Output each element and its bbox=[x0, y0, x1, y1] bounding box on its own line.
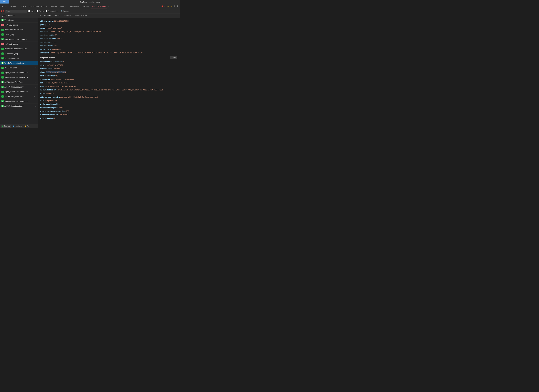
header-key: cf-cache-status: bbox=[40, 68, 53, 70]
response-header-row: x-xss-protection: 0 bbox=[40, 117, 178, 120]
response-header-row: content-encoding: gzip bbox=[40, 74, 178, 78]
filter-cancel-icon[interactable]: 🚫 bbox=[1, 10, 4, 13]
panel-tab-headers[interactable]: Headers bbox=[43, 14, 52, 18]
tab-performance[interactable]: Performance bbox=[68, 4, 81, 9]
preserve-log-checkbox[interactable] bbox=[46, 10, 48, 12]
item-name: AddToCatalogBaseQuery bbox=[5, 81, 33, 83]
bottom-tab-mutations[interactable]: Mutations bbox=[11, 125, 23, 128]
type-badge: Q bbox=[1, 71, 4, 74]
bottom-tab-queries[interactable]: Queries bbox=[0, 125, 11, 128]
sidebar-item[interactable]: Q ViewerQuery bbox=[0, 32, 38, 37]
header-row: sec-fetch-dest: empty bbox=[40, 41, 178, 44]
response-headers-title: Response Headers bbox=[40, 57, 55, 59]
header-row: priority: u=1, i bbox=[40, 23, 178, 26]
sidebar: Query / Mutation Q VisitorQuery M LogGat… bbox=[0, 14, 38, 128]
sidebar-item[interactable]: M LogGateExposure bbox=[0, 42, 38, 47]
header-key: x-content-type-options: bbox=[40, 107, 59, 109]
header-key: cf-ray: bbox=[40, 71, 45, 73]
header-key: x-request-received-at: bbox=[40, 114, 58, 116]
sidebar-item[interactable]: Q VisitorQuery bbox=[0, 18, 38, 23]
sidebar-item[interactable]: Q LegacyWebInlineRecommende bbox=[0, 99, 38, 104]
sidebar-item[interactable]: Q AddToCatalogBaseQuery +11 bbox=[0, 85, 38, 89]
right-panel: ✕ HeadersRequestResponseResponse (Raw) o… bbox=[38, 14, 180, 128]
sidebar-item[interactable]: Q AvatarMenuQuery bbox=[0, 51, 38, 56]
sidebar-item[interactable]: Q WhoToFollowModuleQuery bbox=[0, 61, 38, 66]
search-button[interactable]: 🔍 Search bbox=[60, 10, 69, 13]
response-header-row: date: Tue, 21 May 2024 08:16:45 GMT bbox=[40, 81, 178, 85]
tab-sources[interactable]: Sources bbox=[49, 4, 58, 9]
panel-close-icon[interactable]: ✕ bbox=[39, 15, 42, 17]
tab-performance-insights[interactable]: Performance insights ⚗ bbox=[28, 4, 49, 9]
sidebar-item[interactable]: Q LegacyWebInlineRecommende bbox=[0, 70, 38, 75]
cursor-icon[interactable]: ⊕ bbox=[1, 5, 4, 8]
tab-memory[interactable]: Memory bbox=[81, 4, 91, 9]
response-header-row: vary: Accept-Encoding bbox=[40, 99, 178, 102]
header-value: W/"7ad-bd5dBb4wthLEkfBisp4CA7/OzSg" bbox=[45, 85, 76, 87]
window-title: DevTools - medium.com/ bbox=[80, 1, 100, 3]
header-value: "Chromium";v="124", "Google Chrome";v="1… bbox=[49, 31, 101, 33]
panel-tab-response--raw-[interactable]: Response (Raw) bbox=[73, 14, 89, 18]
sidebar-item[interactable]: Q LegacyWebInlineRecommende bbox=[0, 89, 38, 94]
error-badge-orange: ℹ 37 bbox=[170, 5, 173, 7]
bottom-tab-per[interactable]: Per bbox=[24, 125, 31, 128]
tab-network[interactable]: Network bbox=[58, 4, 68, 9]
type-badge: Q bbox=[1, 62, 4, 64]
sidebar-item[interactable]: Q homepageReadingListWithCat bbox=[0, 37, 38, 42]
sidebar-item[interactable]: Q LegacyWebInlineRecommende bbox=[0, 75, 38, 80]
item-name: AddToCatalogBaseQuery bbox=[5, 86, 33, 88]
search-icon: 🔍 bbox=[61, 10, 63, 12]
header-row: sec-ch-ua-platform: "macOS" bbox=[40, 37, 178, 41]
bottom-tabs: Queries Mutations Per bbox=[0, 124, 38, 128]
tab-elements[interactable]: Elements bbox=[8, 4, 18, 9]
response-header-row: access-control-allow-origin: * bbox=[40, 60, 178, 64]
regex-checkbox-label[interactable]: Regex bbox=[37, 10, 44, 12]
header-key: date: bbox=[40, 82, 44, 84]
header-row: sec-ch-ua-mobile: ?0 bbox=[40, 33, 178, 37]
bottom-tab-label: Mutations bbox=[14, 125, 22, 127]
header-key: sec-ch-ua: bbox=[40, 31, 48, 33]
item-name: UserViewerEdge bbox=[5, 67, 34, 69]
panel-tab-response[interactable]: Response bbox=[62, 14, 73, 18]
item-name: UnreadNotificationCount bbox=[5, 29, 36, 31]
device-icon[interactable]: ▭ bbox=[5, 5, 7, 8]
performance-insights-icon: ⚗ bbox=[46, 5, 47, 7]
header-value: 1716279404837 bbox=[58, 114, 70, 116]
item-count: +12 bbox=[34, 81, 36, 83]
header-key: content-encoding: bbox=[40, 75, 55, 77]
sidebar-item[interactable]: Q RightSidebarQuery bbox=[0, 56, 38, 61]
more-options-icon[interactable]: ⋮ bbox=[176, 5, 178, 8]
header-value: nosniff bbox=[59, 107, 64, 109]
header-value: max-age=15552000; includeSubDomains; pre… bbox=[60, 96, 98, 98]
sidebar-item[interactable]: Q AddToCatalogBaseQuery +12 bbox=[0, 80, 38, 85]
filter-input[interactable] bbox=[5, 10, 27, 13]
sidebar-item[interactable]: Q UserViewerEdge +2 bbox=[0, 66, 38, 70]
item-name: AddToCatalogBaseQuery bbox=[5, 95, 33, 98]
sidebar-item[interactable]: Q HomeMainContentHeaderQue bbox=[0, 47, 38, 51]
invert-checkbox[interactable] bbox=[28, 10, 30, 12]
copy-button[interactable]: Copy bbox=[170, 56, 178, 59]
regex-checkbox[interactable] bbox=[37, 10, 38, 12]
item-count: +12 bbox=[34, 96, 36, 97]
sidebar-item[interactable]: Q UnreadNotificationCount bbox=[0, 27, 38, 32]
tab-console[interactable]: Console bbox=[18, 4, 28, 9]
preserve-log-checkbox-label[interactable]: Preserve Log bbox=[46, 10, 58, 12]
item-name: LogGateExposure bbox=[5, 43, 36, 45]
response-header-row: x-envoy-upstream-service-time: 180 bbox=[40, 109, 178, 113]
item-count: +2 bbox=[34, 67, 36, 69]
panel-tab-request[interactable]: Request bbox=[52, 14, 62, 18]
header-value: cloudflare bbox=[46, 93, 53, 94]
type-badge: Q bbox=[1, 52, 4, 55]
header-value: Mozilla/5.0 (Macintosh; Intel Mac OS X 1… bbox=[50, 52, 143, 54]
item-name: VisitorQuery bbox=[5, 19, 36, 21]
more-tabs-button[interactable]: » bbox=[107, 5, 110, 7]
settings-icon[interactable]: ⚙ bbox=[173, 5, 175, 8]
invert-checkbox-label[interactable]: Invert bbox=[28, 10, 35, 12]
sidebar-item[interactable]: M LogGateExposure bbox=[0, 23, 38, 27]
sidebar-item[interactable]: Q AddToCatalogBaseQuery +11 bbox=[0, 104, 38, 109]
response-header-row: etag: W/"7ad-bd5dBb4wthLEkfBisp4CA7/OzSg… bbox=[40, 85, 178, 88]
error-badge-yellow: ⚠ 98 bbox=[166, 5, 169, 7]
type-badge: Q bbox=[1, 29, 4, 31]
type-badge: M bbox=[1, 24, 4, 26]
tab-graphql-network[interactable]: GraphQL Network bbox=[91, 4, 107, 9]
sidebar-item[interactable]: Q AddToCatalogBaseQuery +12 bbox=[0, 94, 38, 99]
